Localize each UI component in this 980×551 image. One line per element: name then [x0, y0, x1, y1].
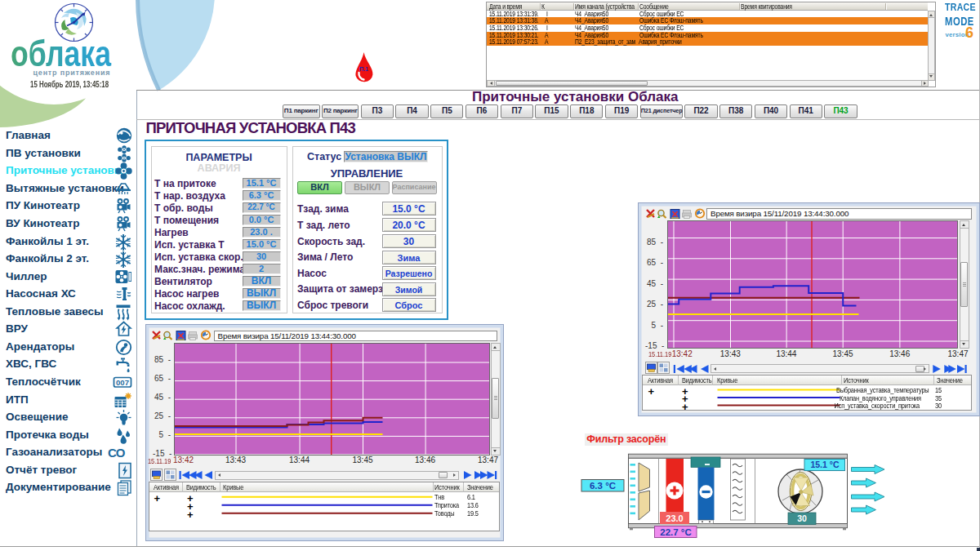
- svg-text:007: 007: [116, 378, 129, 387]
- svg-text:22.7 °C: 22.7 °C: [660, 527, 691, 537]
- svg-text:30: 30: [797, 513, 807, 523]
- svg-text:23.0: 23.0: [666, 513, 683, 523]
- svg-text:П.1: П.1: [359, 66, 368, 72]
- svg-text:15.1 °C: 15.1 °C: [810, 460, 840, 469]
- svg-text:6.3 °C: 6.3 °C: [590, 481, 616, 491]
- svg-text:CO: CO: [108, 446, 126, 460]
